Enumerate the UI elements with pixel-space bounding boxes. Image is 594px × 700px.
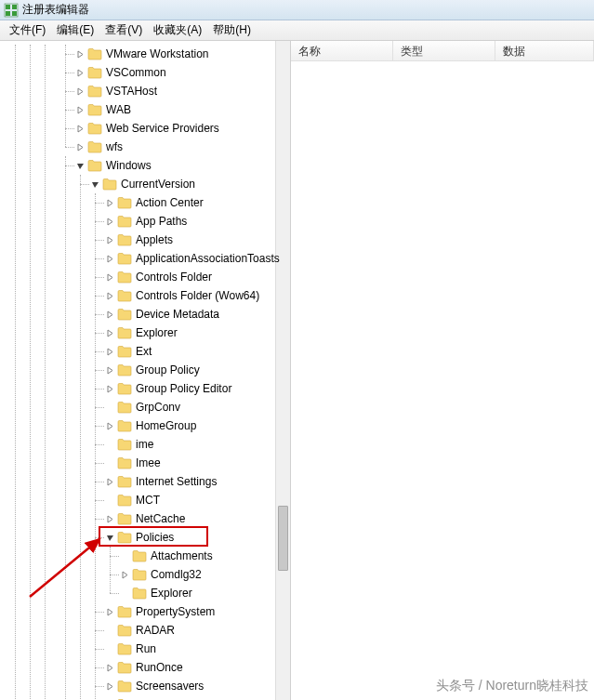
toggle-icon[interactable] xyxy=(74,48,86,59)
tree-item[interactable]: ApplicationAssociationToasts xyxy=(104,249,290,268)
menu-file[interactable]: 文件(F) xyxy=(4,20,51,40)
tree-item[interactable]: Screensavers xyxy=(104,677,290,695)
tree-item[interactable]: Attachments xyxy=(119,547,290,565)
tree-item[interactable]: Action Center xyxy=(104,193,290,212)
menu-view[interactable]: 查看(V) xyxy=(99,20,148,40)
tree-item[interactable]: Shell Extensions xyxy=(104,695,290,700)
titlebar: 注册表编辑器 xyxy=(0,0,594,20)
toggle-icon[interactable] xyxy=(104,197,115,208)
list-header: 名称 类型 数据 xyxy=(291,41,594,61)
tree-node-label: GrpConv xyxy=(136,401,180,414)
tree-item[interactable]: Internet Settings xyxy=(104,472,290,491)
toggle-icon[interactable] xyxy=(104,290,115,301)
tree-item[interactable]: MCT xyxy=(104,491,290,509)
toggle-icon[interactable] xyxy=(104,234,115,245)
tree-node-label: Comdlg32 xyxy=(151,568,202,581)
toggle-icon[interactable] xyxy=(89,178,100,190)
tree-node-label: ime xyxy=(136,438,153,451)
tree-item[interactable]: RADAR xyxy=(104,621,290,640)
tree-item[interactable]: Imee xyxy=(104,454,290,472)
toggle-icon[interactable] xyxy=(74,160,86,171)
tree-node-label: App Paths xyxy=(136,215,187,228)
tree-node-label: Screensavers xyxy=(136,680,204,693)
folder-icon xyxy=(117,308,132,321)
toggle-icon[interactable] xyxy=(119,569,130,580)
tree-node-label: Device Metadata xyxy=(136,308,219,321)
watermark: 头条号 / Noreturn晓桂科技 xyxy=(436,678,588,694)
menu-favorites[interactable]: 收藏夹(A) xyxy=(148,20,207,40)
tree-node-label: Policies xyxy=(136,531,174,544)
scrollbar-thumb[interactable] xyxy=(278,506,288,571)
tree-item[interactable]: Comdlg32 xyxy=(119,565,290,584)
toggle-icon[interactable] xyxy=(74,141,86,152)
tree-item[interactable]: VMware Workstation xyxy=(74,45,290,63)
toggle-icon[interactable] xyxy=(74,123,86,134)
tree-item[interactable]: GrpConv xyxy=(104,398,290,416)
toggle-icon[interactable] xyxy=(104,476,115,487)
tree-item-windows[interactable]: Windows xyxy=(74,156,290,175)
tree-item[interactable]: Run xyxy=(104,640,290,658)
tree-item[interactable]: Explorer xyxy=(104,324,290,342)
column-type[interactable]: 类型 xyxy=(393,41,495,60)
tree-item[interactable]: VSCommon xyxy=(74,63,290,82)
toggle-icon[interactable] xyxy=(74,104,86,115)
tree-item[interactable]: VSTAHost xyxy=(74,82,290,100)
svg-rect-3 xyxy=(12,11,17,16)
tree-item[interactable]: Device Metadata xyxy=(104,305,290,324)
toggle-icon[interactable] xyxy=(104,662,115,673)
menu-edit[interactable]: 编辑(E) xyxy=(51,20,99,40)
toggle-icon[interactable] xyxy=(104,513,115,524)
tree-node-label: PropertySystem xyxy=(136,605,215,618)
list-body[interactable] xyxy=(291,61,594,700)
tree-node-label: Internet Settings xyxy=(136,475,217,488)
tree-node-label: VSCommon xyxy=(106,66,166,79)
tree-item[interactable]: Ext xyxy=(104,342,290,361)
tree-item[interactable]: App Paths xyxy=(104,212,290,231)
toggle-icon[interactable] xyxy=(104,606,115,617)
folder-icon xyxy=(117,233,132,246)
toggle-icon[interactable] xyxy=(104,383,115,394)
toggle-icon[interactable] xyxy=(104,309,115,320)
svg-rect-1 xyxy=(12,5,17,9)
tree-node-label: RADAR xyxy=(136,624,175,637)
toggle-icon[interactable] xyxy=(74,67,86,78)
toggle-icon[interactable] xyxy=(104,680,115,692)
toggle-icon[interactable] xyxy=(104,327,115,338)
folder-icon xyxy=(117,326,132,339)
tree-pane: VMware WorkstationVSCommonVSTAHostWABWeb… xyxy=(0,41,291,700)
tree-item[interactable]: Applets xyxy=(104,231,290,249)
tree-item[interactable]: HomeGroup xyxy=(104,416,290,435)
svg-rect-0 xyxy=(6,5,10,9)
tree-item-policies[interactable]: Policies xyxy=(104,528,290,547)
toggle-icon[interactable] xyxy=(104,364,115,376)
tree-item[interactable]: Controls Folder xyxy=(104,268,290,286)
svg-rect-2 xyxy=(6,11,10,16)
tree-item[interactable]: ime xyxy=(104,435,290,454)
tree-item[interactable]: PropertySystem xyxy=(104,602,290,621)
toggle-icon[interactable] xyxy=(104,216,115,227)
tree-item[interactable]: wfs xyxy=(74,138,290,156)
tree-item[interactable]: Group Policy xyxy=(104,361,290,379)
tree-item[interactable]: WAB xyxy=(74,100,290,119)
toggle-icon[interactable] xyxy=(104,420,115,431)
tree-scrollbar[interactable] xyxy=(275,41,290,700)
column-name[interactable]: 名称 xyxy=(291,41,393,60)
tree-item[interactable]: Controls Folder (Wow64) xyxy=(104,286,290,305)
tree-item[interactable]: Explorer xyxy=(119,584,290,602)
toggle-icon[interactable] xyxy=(104,346,115,357)
toggle-icon[interactable] xyxy=(104,253,115,264)
tree-node-label: VSTAHost xyxy=(106,85,157,98)
tree-item[interactable]: Group Policy Editor xyxy=(104,379,290,398)
tree-item[interactable]: Web Service Providers xyxy=(74,119,290,138)
toggle-icon[interactable] xyxy=(104,271,115,283)
tree-scroll[interactable]: VMware WorkstationVSCommonVSTAHostWABWeb… xyxy=(0,41,290,700)
toggle-icon[interactable] xyxy=(104,532,115,543)
tree-item[interactable]: RunOnce xyxy=(104,658,290,677)
tree-item-currentversion[interactable]: CurrentVersion xyxy=(89,175,290,193)
tree-item[interactable]: NetCache xyxy=(104,509,290,528)
menu-help[interactable]: 帮助(H) xyxy=(207,20,257,40)
folder-icon xyxy=(117,345,132,358)
tree-node-label: Run xyxy=(136,642,156,655)
column-data[interactable]: 数据 xyxy=(495,41,594,60)
toggle-icon[interactable] xyxy=(74,86,86,97)
